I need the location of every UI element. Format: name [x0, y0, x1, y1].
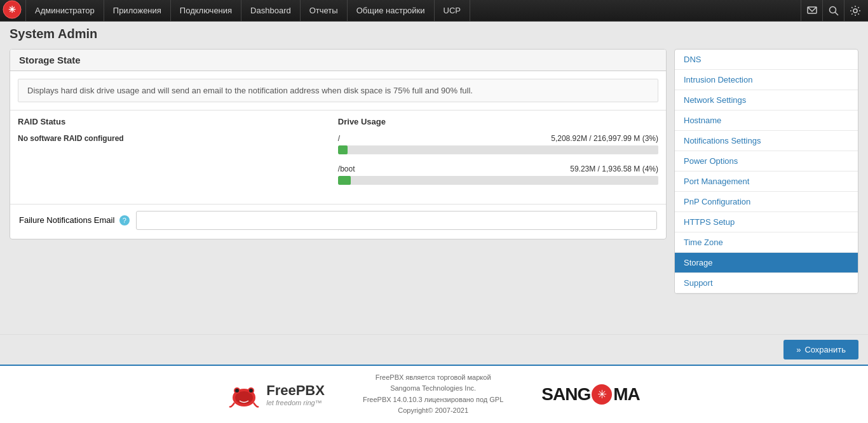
nav-reports[interactable]: Отчеты	[301, 0, 348, 22]
page-title-area: System Admin	[0, 22, 868, 43]
drive-label-boot: /boot	[338, 164, 355, 173]
sidebar-item-power[interactable]: Power Options	[675, 151, 858, 171]
drive-item-boot: /boot 59.23M / 1,936.58 M (4%)	[338, 164, 658, 185]
raid-section: RAID Status No software RAID configured	[18, 117, 325, 195]
nav-apps[interactable]: Приложения	[104, 0, 171, 22]
sidebar-scroll: DNS Intrusion Detection Network Settings…	[675, 50, 858, 293]
save-arrow-icon: »	[796, 345, 801, 354]
drive-usage-title: Drive Usage	[338, 117, 658, 129]
footer: FreePBX let freedom ring™ FreePBX являет…	[0, 365, 868, 423]
storage-card: Storage State Displays hard disk drive u…	[10, 49, 667, 239]
svg-point-11	[249, 389, 253, 393]
sangoma-branding: SANG ✳ MA	[541, 384, 639, 405]
nav-admin[interactable]: Администратор	[25, 0, 104, 22]
sidebar-item-support[interactable]: Support	[675, 273, 858, 293]
svg-point-5	[853, 9, 857, 13]
sidebar-item-storage[interactable]: Storage	[675, 253, 858, 273]
settings-gear-icon[interactable]	[844, 0, 865, 22]
two-col-section: RAID Status No software RAID configured …	[10, 110, 666, 204]
nav-right-icons	[801, 0, 865, 22]
nav-general[interactable]: Общие настройки	[348, 0, 435, 22]
sidebar-item-pnp[interactable]: PnP Configuration	[675, 192, 858, 212]
drive-label-row-boot: /boot 59.23M / 1,936.58 M (4%)	[338, 164, 658, 173]
save-button[interactable]: » Сохранить	[783, 340, 858, 359]
email-input[interactable]	[136, 211, 657, 230]
nav-dashboard[interactable]: Dashboard	[241, 0, 301, 22]
nav-ucp[interactable]: UCP	[435, 0, 470, 22]
freepbx-text: FreePBX let freedom ring™	[266, 382, 325, 406]
raid-title: RAID Status	[18, 117, 325, 129]
footer-meta: FreePBX является торговой маркой Sangoma…	[363, 372, 503, 417]
right-sidebar: DNS Intrusion Detection Network Settings…	[674, 49, 858, 328]
card-header: Storage State	[10, 50, 666, 71]
sangoma-star-icon: ✳	[592, 384, 612, 405]
page-title: System Admin	[10, 27, 858, 41]
nav-connections[interactable]: Подключения	[171, 0, 241, 22]
left-panel: Storage State Displays hard disk drive u…	[10, 49, 667, 328]
save-bar: » Сохранить	[0, 334, 868, 365]
email-label: Failure Notifications Email ?	[19, 215, 130, 225]
app-logo: ✳	[3, 0, 25, 21]
help-icon[interactable]: ?	[119, 215, 130, 225]
freepbx-brand-name: FreePBX	[266, 382, 325, 399]
nav-items: Администратор Приложения Подключения Das…	[25, 0, 470, 22]
sidebar-item-dns[interactable]: DNS	[675, 50, 858, 70]
footer-meta-2: Sangoma Technologies Inc.	[363, 383, 503, 394]
svg-point-10	[235, 389, 239, 393]
drive-bar-fill-root	[338, 145, 348, 154]
email-label-text: Failure Notifications Email	[19, 215, 114, 225]
sidebar-item-port[interactable]: Port Management	[675, 171, 858, 192]
sidebar-item-https[interactable]: HTTPS Setup	[675, 212, 858, 232]
freepbx-tagline: let freedom ring™	[266, 399, 325, 406]
sangoma-suffix: MA	[613, 384, 640, 405]
sidebar-item-timezone[interactable]: Time Zone	[675, 232, 858, 253]
search-icon[interactable]	[822, 0, 844, 22]
email-form-row: Failure Notifications Email ?	[10, 204, 666, 239]
sangoma-prefix: SANG	[541, 384, 590, 405]
save-label: Сохранить	[804, 345, 846, 354]
drive-usage-root: 5,208.92M / 216,997.99 M (3%)	[551, 134, 658, 143]
sidebar-item-hostname[interactable]: Hostname	[675, 111, 858, 131]
main-content: Storage State Displays hard disk drive u…	[0, 43, 868, 334]
card-body: Displays hard disk drive usage and will …	[10, 79, 666, 239]
footer-meta-4: Copyright© 2007-2021	[363, 405, 503, 417]
top-navigation: ✳ Администратор Приложения Подключения D…	[0, 0, 868, 22]
page-wrapper: System Admin Storage State Displays hard…	[0, 22, 868, 423]
drive-label-row-root: / 5,208.92M / 216,997.99 M (3%)	[338, 134, 658, 143]
sidebar-item-intrusion[interactable]: Intrusion Detection	[675, 70, 858, 90]
footer-meta-1: FreePBX является торговой маркой	[363, 372, 503, 384]
freepbx-branding: FreePBX let freedom ring™	[228, 380, 325, 408]
drive-label-root: /	[338, 134, 340, 143]
nav-notifications-icon[interactable]	[801, 0, 822, 22]
svg-text:✳: ✳	[8, 4, 16, 15]
sidebar-item-network[interactable]: Network Settings	[675, 90, 858, 111]
drive-bar-bg-root	[338, 145, 658, 154]
sidebar-item-notifications[interactable]: Notifications Settings	[675, 131, 858, 151]
info-box: Displays hard disk drive usage and will …	[18, 79, 658, 102]
raid-status: No software RAID configured	[18, 134, 325, 143]
drive-bar-fill-boot	[338, 176, 351, 185]
sidebar-card: DNS Intrusion Detection Network Settings…	[674, 49, 858, 294]
drive-item-root: / 5,208.92M / 216,997.99 M (3%)	[338, 134, 658, 154]
footer-meta-3: FreePBX 14.0.10.3 лицензировано под GPL	[363, 394, 503, 406]
svg-line-4	[835, 12, 838, 15]
freepbx-frog-logo	[228, 380, 260, 408]
drive-bar-bg-boot	[338, 176, 658, 185]
drive-section: Drive Usage / 5,208.92M / 216,997.99 M (…	[338, 117, 658, 195]
drive-usage-boot: 59.23M / 1,936.58 M (4%)	[570, 164, 658, 173]
